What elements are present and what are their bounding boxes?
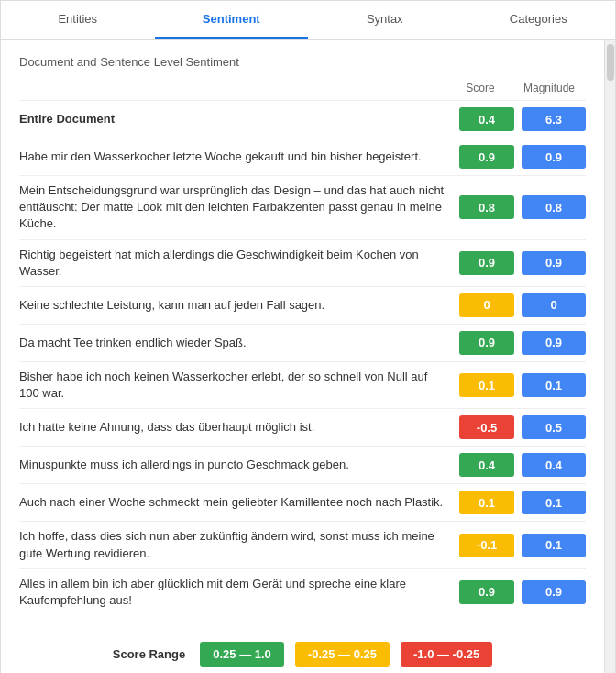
score-badge: 0.1 <box>459 373 514 397</box>
magnitude-badge: 0.4 <box>522 453 586 477</box>
table-row: Keine schlechte Leistung, kann man auf j… <box>19 286 586 324</box>
score-badge: -0.1 <box>459 534 514 557</box>
tab-categories[interactable]: Categories <box>462 1 616 39</box>
score-range-label: Score Range <box>113 647 185 661</box>
magnitude-badge: 0.9 <box>522 331 586 355</box>
row-text: Alles in allem bin ich aber glücklich mi… <box>19 576 459 609</box>
tab-syntax[interactable]: Syntax <box>308 1 462 39</box>
range-badge-positive: 0.25 — 1.0 <box>200 642 284 667</box>
score-badge: 0.9 <box>459 145 514 169</box>
rows-container: Entire Document0.46.3Habe mir den Wasser… <box>19 100 586 615</box>
row-text: Richtig begeistert hat mich allerdings d… <box>19 247 459 280</box>
magnitude-badge: 0.9 <box>522 580 586 604</box>
main-content: Document and Sentence Level Sentiment Sc… <box>1 40 604 673</box>
table-row: Entire Document0.46.3 <box>19 100 586 138</box>
magnitude-badge: 0 <box>522 293 586 317</box>
row-text: Habe mir den Wasserkocher letzte Woche g… <box>19 149 459 165</box>
magnitude-badge: 0.1 <box>522 534 586 557</box>
section-title: Document and Sentence Level Sentiment <box>19 55 586 69</box>
row-text: Minuspunkte muss ich allerdings in punct… <box>19 457 459 473</box>
score-badge: 0.9 <box>459 580 514 604</box>
tab-sentiment[interactable]: Sentiment <box>155 1 309 39</box>
magnitude-badge: 0.8 <box>522 195 586 219</box>
row-text: Da macht Tee trinken endlich wieder Spaß… <box>19 335 459 351</box>
score-badge: -0.5 <box>459 415 514 439</box>
range-badge-negative: -1.0 — -0.25 <box>401 642 492 667</box>
table-row: Bisher habe ich noch keinen Wasserkocher… <box>19 361 586 408</box>
scrollbar-track[interactable] <box>604 40 615 673</box>
table-row: Habe mir den Wasserkocher letzte Woche g… <box>19 138 586 175</box>
table-row: Minuspunkte muss ich allerdings in punct… <box>19 446 586 483</box>
score-badge: 0 <box>459 293 514 317</box>
table-row: Ich hoffe, dass dies sich nun aber zukün… <box>19 521 586 568</box>
magnitude-badge: 0.9 <box>522 145 586 169</box>
row-text: Ich hoffe, dass dies sich nun aber zukün… <box>19 528 459 561</box>
content-wrapper: Document and Sentence Level Sentiment Sc… <box>1 40 615 673</box>
table-row: Da macht Tee trinken endlich wieder Spaß… <box>19 324 586 361</box>
score-column-header: Score <box>448 82 512 94</box>
score-badge: 0.4 <box>459 453 514 477</box>
main-window: Entities Sentiment Syntax Categories Doc… <box>0 0 616 673</box>
table-row: Ich hatte keine Ahnung, dass das überhau… <box>19 408 586 446</box>
row-text: Ich hatte keine Ahnung, dass das überhau… <box>19 419 459 436</box>
table-row: Richtig begeistert hat mich allerdings d… <box>19 239 586 286</box>
row-text: Bisher habe ich noch keinen Wasserkocher… <box>19 369 459 402</box>
range-badge-neutral: -0.25 — 0.25 <box>295 642 390 667</box>
magnitude-badge: 0.1 <box>522 373 586 397</box>
magnitude-badge: 0.5 <box>522 415 586 439</box>
row-text: Keine schlechte Leistung, kann man auf j… <box>19 297 459 314</box>
table-header: Score Magnitude <box>19 82 586 94</box>
scrollbar-thumb[interactable] <box>607 44 614 81</box>
score-badge: 0.4 <box>459 107 514 131</box>
row-text: Entire Document <box>19 111 459 127</box>
magnitude-badge: 6.3 <box>522 107 586 131</box>
score-badge: 0.9 <box>459 251 514 275</box>
table-row: Alles in allem bin ich aber glücklich mi… <box>19 568 586 615</box>
table-row: Mein Entscheidungsgrund war ursprünglich… <box>19 175 586 239</box>
row-text: Auch nach einer Woche schmeckt mein geli… <box>19 494 459 511</box>
score-badge: 0.8 <box>459 195 514 219</box>
magnitude-column-header: Magnitude <box>512 82 586 94</box>
magnitude-badge: 0.9 <box>522 251 586 275</box>
score-badge: 0.9 <box>459 331 514 355</box>
magnitude-badge: 0.1 <box>522 491 586 514</box>
score-badge: 0.1 <box>459 491 514 514</box>
row-text: Mein Entscheidungsgrund war ursprünglich… <box>19 182 459 233</box>
tab-entities[interactable]: Entities <box>1 1 155 39</box>
tab-bar: Entities Sentiment Syntax Categories <box>1 1 615 40</box>
table-row: Auch nach einer Woche schmeckt mein geli… <box>19 483 586 521</box>
score-range-section: Score Range 0.25 — 1.0 -0.25 — 0.25 -1.0… <box>19 623 586 673</box>
